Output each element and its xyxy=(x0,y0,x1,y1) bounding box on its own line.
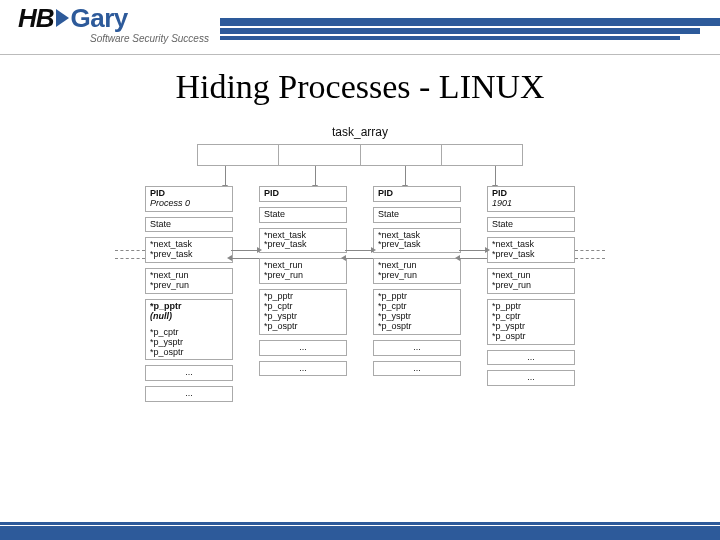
more-box: ... xyxy=(487,350,575,366)
header-bar: HB Gary Software Security Success xyxy=(0,0,720,55)
task-struct-col: PID State *next_task *prev_task *next_ru… xyxy=(373,186,461,407)
state-box: State xyxy=(487,217,575,233)
header-stripes xyxy=(220,18,720,42)
pid-label: PID xyxy=(492,188,507,198)
pid-box: PID xyxy=(373,186,461,202)
run-links-box: *next_run *prev_run xyxy=(259,258,347,284)
task-struct-columns: PID Process 0 State *next_task *prev_tas… xyxy=(145,186,575,407)
ptrs-box: *p_pptr *p_cptr *p_ysptr *p_osptr xyxy=(259,289,347,335)
more-box: ... xyxy=(487,370,575,386)
task-struct-col: PID State *next_task *prev_task *next_ru… xyxy=(259,186,347,407)
task-array-cell xyxy=(279,145,360,165)
pid-label: PID xyxy=(150,188,165,198)
state-box: State xyxy=(373,207,461,223)
run-links-box: *next_run *prev_run xyxy=(487,268,575,294)
array-pointer-arrow xyxy=(225,166,226,186)
logo-arrow-icon xyxy=(56,9,69,27)
prev-run-ptr: *prev_run xyxy=(150,281,228,291)
task-array-cell xyxy=(361,145,442,165)
logo-gary-text: Gary xyxy=(71,5,128,31)
prev-run-ptr: *prev_run xyxy=(492,281,570,291)
ptrs-box: *p_pptr *p_cptr *p_ysptr *p_osptr xyxy=(373,289,461,335)
task-array xyxy=(197,144,523,166)
state-box: State xyxy=(259,207,347,223)
run-links-box: *next_run *prev_run xyxy=(373,258,461,284)
state-box: State xyxy=(145,217,233,233)
pid-value: Process 0 xyxy=(150,198,190,208)
pid-label: PID xyxy=(378,188,393,198)
array-pointer-arrow xyxy=(495,166,496,186)
p-pptr: *p_pptr xyxy=(150,301,182,311)
task-array-cell xyxy=(442,145,522,165)
more-box: ... xyxy=(373,340,461,356)
pid-box: PID Process 0 xyxy=(145,186,233,212)
diagram: task_array PID Process 0 State *next_tas… xyxy=(145,126,575,496)
ptrs-box: *p_pptr (null) *p_cptr *p_ysptr *p_osptr xyxy=(145,299,233,360)
more-box: ... xyxy=(145,386,233,402)
logo: HB Gary xyxy=(18,5,128,31)
pid-box: PID 1901 xyxy=(487,186,575,212)
prev-task-ptr: *prev_task xyxy=(492,250,570,260)
pid-value: 1901 xyxy=(492,198,512,208)
task-array-cell xyxy=(198,145,279,165)
task-array-label: task_array xyxy=(145,126,575,139)
prev-run-ptr: *prev_run xyxy=(378,271,456,281)
footer-bar xyxy=(0,526,720,540)
p-osptr: *p_osptr xyxy=(150,348,228,358)
more-box: ... xyxy=(259,361,347,377)
run-links-box: *next_run *prev_run xyxy=(145,268,233,294)
prev-run-ptr: *prev_run xyxy=(264,271,342,281)
more-box: ... xyxy=(259,340,347,356)
p-osptr: *p_osptr xyxy=(492,332,570,342)
task-linked-list-arrows xyxy=(115,250,605,252)
tagline: Software Security Success xyxy=(90,34,209,44)
p-osptr: *p_osptr xyxy=(378,322,456,332)
logo-hb-text: HB xyxy=(18,5,54,31)
array-pointer-arrow xyxy=(315,166,316,186)
pid-label: PID xyxy=(264,188,279,198)
array-pointer-arrow xyxy=(405,166,406,186)
prev-task-ptr: *prev_task xyxy=(150,250,228,260)
more-box: ... xyxy=(373,361,461,377)
ptrs-box: *p_pptr *p_cptr *p_ysptr *p_osptr xyxy=(487,299,575,345)
pid-box: PID xyxy=(259,186,347,202)
slide-title: Hiding Processes - LINUX xyxy=(0,67,720,108)
footer-accent xyxy=(0,522,720,525)
p-pptr-null: (null) xyxy=(150,311,172,321)
task-struct-col: PID Process 0 State *next_task *prev_tas… xyxy=(145,186,233,407)
more-box: ... xyxy=(145,365,233,381)
task-struct-col: PID 1901 State *next_task *prev_task *ne… xyxy=(487,186,575,407)
p-osptr: *p_osptr xyxy=(264,322,342,332)
